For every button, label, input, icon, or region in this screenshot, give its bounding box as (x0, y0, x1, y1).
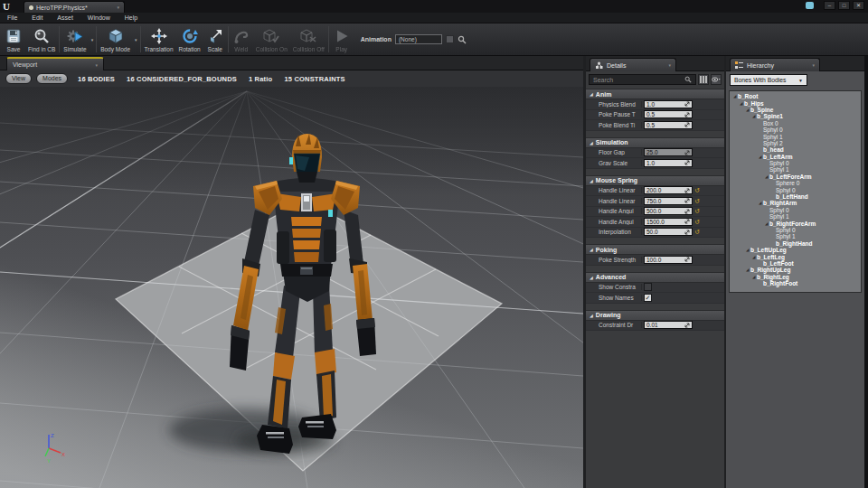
checkbox-unchecked[interactable] (644, 283, 652, 291)
reset-to-default-icon[interactable]: ↺ (694, 229, 700, 235)
toolbar-button-scale[interactable]: Scale (203, 24, 227, 54)
tree-item-sphyl-2[interactable]: Sphyl 2 (730, 140, 861, 146)
toolbar-button-rotation[interactable]: Rotation (176, 24, 203, 54)
modes-button[interactable]: Modes (36, 73, 68, 84)
toolbar-button-body-mode[interactable]: Body Mode (98, 24, 133, 54)
animation-search-icon[interactable] (458, 35, 467, 44)
toolbar-button-simulate[interactable]: Simulate (61, 24, 89, 54)
tree-item-b_hips[interactable]: ◢b_Hips (730, 99, 861, 106)
spin-handle-icon[interactable] (684, 257, 690, 262)
tree-item-b_leftleg[interactable]: ◢b_LeftLeg (730, 253, 861, 259)
spin-handle-icon[interactable] (684, 323, 690, 328)
close-button[interactable]: ✕ (853, 1, 864, 10)
reset-to-default-icon[interactable]: ↺ (694, 198, 700, 204)
tree-item-b_rightleg[interactable]: ◢b_RightLeg (730, 274, 861, 280)
tab-viewport[interactable]: Viewport ▾ (6, 57, 104, 70)
toolbar-button-save[interactable]: Save (2, 24, 25, 54)
tree-item-b_leftfoot[interactable]: b_LeftFoot (730, 260, 861, 267)
view-options-eye-button[interactable] (711, 74, 722, 85)
toolbar-button-translation[interactable]: Translation (142, 24, 176, 54)
spin-handle-icon[interactable] (684, 101, 690, 107)
value-field[interactable]: 100.0 (644, 256, 693, 264)
value-field[interactable]: 0.01 (644, 321, 693, 329)
details-section-header-mouse-spring[interactable]: ◢Mouse Spring (586, 175, 724, 186)
tree-item-b_head[interactable]: b_head (730, 146, 861, 153)
reset-to-default-icon[interactable]: ↺ (694, 187, 700, 193)
checkbox-checked[interactable]: ✓ (644, 294, 652, 302)
tree-item-sphyl-0[interactable]: Sphyl 0 (730, 186, 861, 192)
spin-handle-icon[interactable] (684, 112, 690, 117)
value-field[interactable]: 0.5 (644, 110, 693, 118)
animation-browse-button[interactable] (446, 35, 454, 43)
menu-item-asset[interactable]: Asset (57, 14, 73, 21)
asset-tab[interactable]: HeroTPP.Physics* ▾ (24, 1, 125, 13)
tree-item-sphyl-1[interactable]: Sphyl 1 (730, 166, 861, 173)
menu-item-window[interactable]: Window (88, 14, 110, 21)
value-field[interactable]: 200.0 (644, 186, 693, 194)
tree-item-sphere-0[interactable]: Sphere 0 (730, 180, 861, 186)
tree-item-b_rightforearm[interactable]: ◢b_RightForeArm (730, 220, 861, 226)
maximize-button[interactable]: □ (838, 1, 850, 10)
details-section-header-drawing[interactable]: ◢Drawing (586, 310, 724, 321)
tree-item-b_leftupleg[interactable]: ◢b_LeftUpLeg (730, 247, 861, 253)
tree-item-b_righthand[interactable]: b_RightHand (730, 240, 861, 247)
toolbar-button-find-in-cb[interactable]: Find in CB (25, 24, 58, 54)
value-field[interactable]: 500.0 (644, 207, 693, 215)
value-field[interactable]: 1.0 (644, 159, 693, 167)
tree-item-sphyl-1[interactable]: Sphyl 1 (730, 233, 861, 239)
tree-item-b_spine1[interactable]: ◢b_Spine1 (730, 113, 861, 119)
animation-combo[interactable]: (None) (395, 34, 442, 44)
tree-item-b_rightupleg[interactable]: ◢b_RightUpLeg (730, 267, 861, 273)
tree-item-sphyl-0[interactable]: Sphyl 0 (730, 227, 861, 233)
column-view-button[interactable] (698, 74, 709, 85)
spin-handle-icon[interactable] (684, 150, 690, 155)
tree-item-sphyl-1[interactable]: Sphyl 1 (730, 213, 861, 220)
spin-handle-icon[interactable] (684, 209, 690, 214)
tab-hierarchy[interactable]: Hierarchy ▾ (730, 58, 820, 71)
value-field[interactable]: 25.0 (644, 148, 693, 156)
spin-handle-icon[interactable] (684, 219, 690, 224)
view-button[interactable]: View (5, 73, 32, 84)
tree-item-sphyl-0[interactable]: Sphyl 0 (730, 207, 861, 213)
reset-to-default-icon[interactable]: ↺ (694, 219, 700, 225)
viewport-3d-scene[interactable]: Z X Y (0, 87, 583, 488)
value-field[interactable]: 50.0 (644, 228, 693, 236)
toolbar-dropdown-caret[interactable]: ▾ (133, 37, 139, 42)
spin-handle-icon[interactable] (684, 160, 690, 165)
spin-handle-icon[interactable] (684, 198, 690, 203)
tree-item-b_rightarm[interactable]: ◢b_RightArm (730, 200, 861, 206)
tree-item-sphyl-0[interactable]: Sphyl 0 (730, 127, 861, 133)
tree-item-box-0[interactable]: Box 0 (730, 120, 861, 127)
tree-item-b_leftarm[interactable]: ◢b_LeftArm (730, 154, 861, 160)
details-section-header-poking[interactable]: ◢Poking (586, 244, 724, 255)
minimize-button[interactable]: – (824, 1, 835, 10)
tree-item-sphyl-0[interactable]: Sphyl 0 (730, 160, 861, 166)
tree-item-b_lefthand[interactable]: b_LeftHand (730, 193, 861, 200)
feedback-bubble-icon[interactable] (806, 2, 814, 9)
tree-item-sphyl-1[interactable]: Sphyl 1 (730, 133, 861, 139)
tree-item-b_spine[interactable]: ◢b_Spine (730, 107, 861, 113)
spin-handle-icon[interactable] (684, 188, 690, 193)
reset-to-default-icon[interactable]: ↺ (694, 208, 700, 214)
details-section-header-anim[interactable]: ◢Anim (586, 89, 724, 99)
details-section-header-simulation[interactable]: ◢Simulation (586, 137, 724, 148)
tab-details[interactable]: Details ▾ (590, 58, 676, 71)
value-field[interactable]: 1.0 (644, 100, 693, 108)
toolbar-button-play: Play (330, 24, 354, 54)
menu-item-help[interactable]: Help (125, 14, 137, 21)
tree-item-b_leftforearm[interactable]: ◢b_LeftForeArm (730, 174, 861, 180)
bones-filter-dropdown[interactable]: Bones With Bodies ▼ (730, 74, 807, 86)
viewport-panel: Viewport ▾ View Modes 16 BODIES16 CONSID… (0, 56, 583, 488)
value-field[interactable]: 750.0 (644, 197, 693, 205)
value-field[interactable]: 1500.0 (644, 218, 693, 226)
toolbar-dropdown-caret[interactable]: ▾ (90, 37, 96, 42)
tree-item-b_root[interactable]: ◢b_Root (730, 93, 861, 99)
spin-handle-icon[interactable] (684, 230, 690, 235)
details-section-header-advanced[interactable]: ◢Advanced (586, 272, 724, 283)
tree-item-b_rightfoot[interactable]: b_RightFoot (730, 280, 861, 286)
details-search-input[interactable]: Search (589, 74, 696, 85)
spin-handle-icon[interactable] (684, 122, 690, 127)
value-field[interactable]: 0.5 (644, 121, 693, 129)
menu-item-file[interactable]: File (7, 14, 17, 21)
menu-item-edit[interactable]: Edit (32, 14, 42, 21)
